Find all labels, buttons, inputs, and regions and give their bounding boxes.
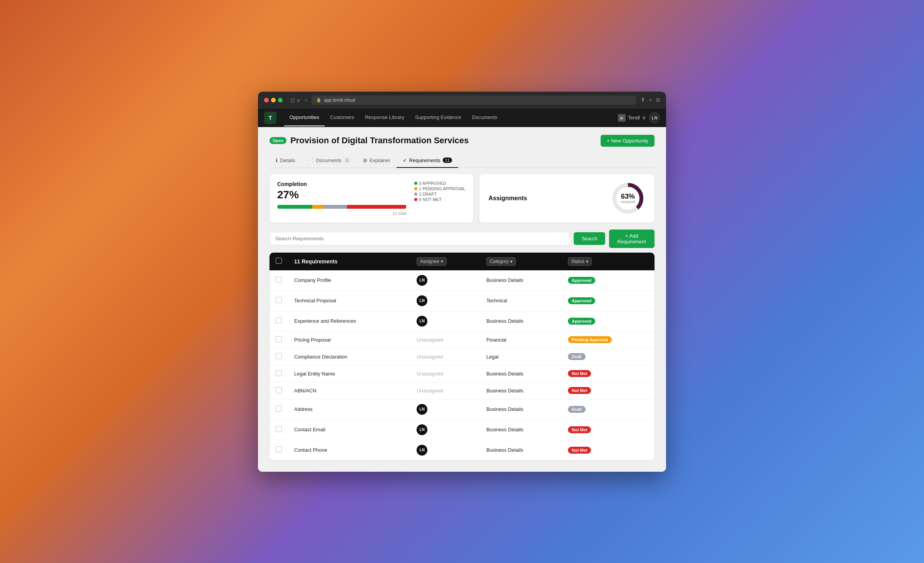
row-checkbox[interactable] [276, 446, 282, 452]
legend-label-pending: 1 PENDING APPROVAL [419, 186, 465, 191]
row-checkbox[interactable] [276, 297, 282, 303]
document-icon: 📄 [308, 158, 314, 163]
th-requirements: 11 Requirements [288, 253, 410, 270]
unassigned-label: Unassigned [417, 388, 443, 394]
row-checkbox[interactable] [276, 370, 282, 376]
nav-right: ▦ Tendl ∨ LN [618, 112, 660, 123]
table-header-row: 11 Requirements Assignee ▾ Category ▾ [270, 253, 654, 270]
address-bar[interactable]: 🔒 app.tendl.cloud [311, 96, 636, 105]
row-checkbox-cell [270, 270, 288, 291]
row-checkbox-cell [270, 419, 288, 440]
status-badge: Approved [568, 318, 595, 325]
status-badge: Not Met [568, 447, 591, 454]
tab-explainer-label: Explainer [370, 158, 390, 163]
nav-items: Opportunities Customers Response Library… [284, 109, 618, 126]
legend-item-pending: 1 PENDING APPROVAL [414, 186, 465, 191]
tab-explainer[interactable]: ⊞ Explainer [357, 154, 397, 168]
assignee-avatar: LN [417, 316, 427, 327]
legend-dot-approved [414, 182, 417, 185]
url-text: app.tendl.cloud [324, 97, 355, 103]
nav-item-supporting-evidence[interactable]: Supporting Evidence [410, 109, 467, 126]
row-assignee: LN [410, 419, 480, 440]
search-button[interactable]: Search [574, 232, 605, 245]
row-checkbox-cell [270, 382, 288, 399]
status-badge: Open [270, 137, 286, 144]
add-requirement-button[interactable]: + Add Requirement [609, 230, 654, 248]
add-tab-icon[interactable]: + [649, 97, 652, 103]
tab-details-label: Details [280, 158, 295, 163]
nav-workspace[interactable]: ▦ Tendl ∨ [618, 114, 646, 122]
share-icon[interactable]: ⬆ [641, 97, 645, 103]
row-checkbox-cell [270, 311, 288, 331]
tab-documents[interactable]: 📄 Documents 1 [301, 154, 357, 168]
row-checkbox[interactable] [276, 387, 282, 393]
row-checkbox[interactable] [276, 405, 282, 412]
nav-item-documents[interactable]: Documents [467, 109, 503, 126]
legend: 3 APPROVED 1 PENDING APPROVAL 2 DRAFT [414, 181, 465, 202]
workspace-name: Tendl [628, 115, 640, 121]
row-assignee: LN [410, 440, 480, 460]
bar-approved [277, 205, 312, 209]
table-row: AddressLNBusiness DetailsDraft [270, 399, 654, 419]
bar-draft [324, 205, 347, 209]
nav-item-opportunities[interactable]: Opportunities [284, 109, 325, 126]
status-chevron-icon: ▾ [586, 259, 588, 264]
row-status: Draft [562, 348, 654, 365]
row-assignee: Unassigned [410, 348, 480, 365]
page-title-area: Open Provision of Digital Transformation… [270, 136, 469, 146]
tabs-icon[interactable]: ⧉ [656, 97, 660, 103]
row-assignee: LN [410, 399, 480, 419]
legend-label-draft: 2 DRAFT [419, 192, 437, 196]
bar-pending [312, 205, 324, 209]
row-checkbox[interactable] [276, 276, 282, 283]
th-assignee: Assignee ▾ [410, 253, 480, 270]
row-checkbox[interactable] [276, 336, 282, 342]
nav-item-response-library[interactable]: Response Library [360, 109, 410, 126]
tabs-row: ℹ Details 📄 Documents 1 ⊞ Explainer ✓ Re… [270, 154, 654, 168]
th-category: Category ▾ [480, 253, 562, 270]
table-row: Technical ProposalLNTechnicalApproved [270, 290, 654, 311]
status-filter-button[interactable]: Status ▾ [568, 257, 592, 266]
assignee-filter-button[interactable]: Assignee ▾ [417, 257, 446, 266]
unassigned-label: Unassigned [417, 371, 443, 377]
user-avatar[interactable]: LN [649, 112, 660, 123]
check-icon: ✓ [403, 158, 407, 163]
search-input[interactable] [270, 232, 570, 245]
minimize-button[interactable] [271, 98, 276, 102]
sidebar-toggle[interactable]: ⊡ ∨ [290, 97, 300, 103]
row-name: Contact Phone [288, 440, 410, 460]
row-name: Legal Entity Name [288, 365, 410, 382]
new-opportunity-button[interactable]: + New Opportunity [601, 135, 654, 147]
legend-label-not-met: 5 NOT MET [419, 197, 442, 202]
workspace-icon: ▦ [618, 114, 626, 122]
row-checkbox[interactable] [276, 353, 282, 359]
legend-item-draft: 2 DRAFT [414, 192, 465, 196]
legend-dot-draft [414, 193, 417, 196]
row-checkbox[interactable] [276, 426, 282, 432]
row-status: Not Met [562, 382, 654, 399]
back-button[interactable]: ‹ [305, 97, 307, 104]
lock-icon: 🔒 [316, 97, 321, 102]
page-title: Provision of Digital Transformation Serv… [290, 136, 469, 146]
documents-badge: 1 [344, 158, 351, 163]
row-category: Business Details [480, 419, 562, 440]
table-row: ABN/ACNUnassignedBusiness DetailsNot Met [270, 382, 654, 399]
fullscreen-button[interactable] [278, 98, 283, 102]
main-content: Open Provision of Digital Transformation… [258, 127, 666, 472]
status-badge: Not Met [568, 426, 591, 433]
tab-details[interactable]: ℹ Details [270, 154, 301, 168]
category-filter-button[interactable]: Category ▾ [486, 257, 516, 266]
assignments-title: Assignments [489, 195, 601, 202]
assignee-avatar: LN [417, 275, 427, 286]
row-checkbox[interactable] [276, 317, 282, 323]
close-button[interactable] [264, 98, 269, 102]
row-assignee: LN [410, 270, 480, 291]
app-logo[interactable]: T [264, 112, 276, 124]
row-category: Legal [480, 348, 562, 365]
row-checkbox-cell [270, 348, 288, 365]
status-badge: Not Met [568, 370, 591, 377]
select-all-checkbox[interactable] [276, 258, 282, 264]
nav-item-customers[interactable]: Customers [325, 109, 360, 126]
tab-requirements[interactable]: ✓ Requirements 11 [397, 154, 458, 168]
requirements-badge: 11 [443, 158, 452, 163]
